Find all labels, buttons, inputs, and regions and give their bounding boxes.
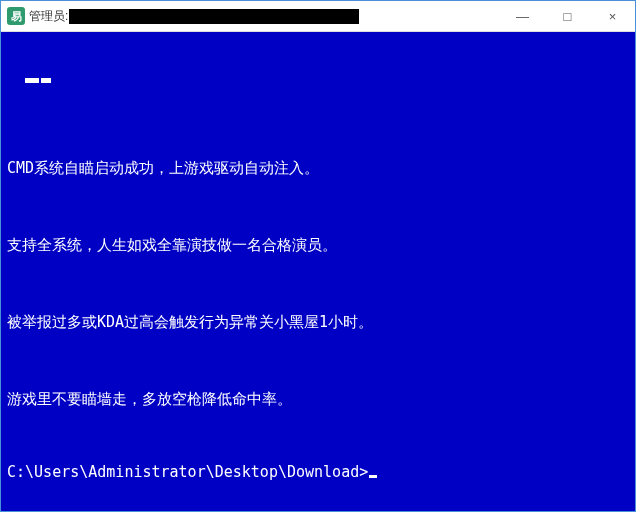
titlebar[interactable]: 易 管理员: — □ × xyxy=(1,1,635,32)
app-icon: 易 xyxy=(7,7,25,25)
intro-line: CMD系统自瞄启动成功，上游戏驱动自动注入。 xyxy=(7,158,629,179)
app-icon-letter: 易 xyxy=(11,11,22,22)
intro-line: 被举报过多或KDA过高会触发行为异常关小黑屋1小时。 xyxy=(7,312,629,333)
maximize-button[interactable]: □ xyxy=(545,1,590,31)
prompt-line: C:\Users\Administrator\Desktop\Download> xyxy=(7,462,377,483)
intro-line: 支持全系统，人生如戏全靠演技做一名合格演员。 xyxy=(7,235,629,256)
window-title-redacted xyxy=(69,9,359,24)
console-ascii-art xyxy=(7,78,629,83)
prompt-path: C:\Users\Administrator\Desktop\Download> xyxy=(7,463,368,481)
close-button[interactable]: × xyxy=(590,1,635,31)
window-controls: — □ × xyxy=(500,1,635,31)
intro-line: 游戏里不要瞄墙走，多放空枪降低命中率。 xyxy=(7,389,629,410)
console-area[interactable]: CMD系统自瞄启动成功，上游戏驱动自动注入。 支持全系统，人生如戏全靠演技做一名… xyxy=(1,32,635,511)
cursor-icon xyxy=(369,475,377,478)
hotkey-list: Alt+ F3键-自动瞄准 [默认开启] Alt+ F4键-自瞄热键 [默认右键… xyxy=(7,495,629,511)
window-title-prefix: 管理员: xyxy=(29,8,68,25)
minimize-button[interactable]: — xyxy=(500,1,545,31)
app-window: 易 管理员: — □ × CMD系统自瞄启动成功，上游戏驱动自动注入。 支持全系… xyxy=(0,0,636,512)
